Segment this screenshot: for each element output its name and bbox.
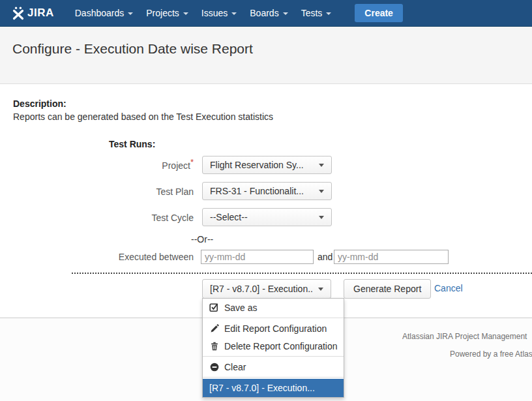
page-title: Configure - Execution Date wise Report — [12, 41, 253, 57]
project-label-text: Project — [162, 160, 190, 171]
test-cycle-label-text: Test Cycle — [151, 213, 194, 223]
menu-item-clear[interactable]: Clear — [203, 358, 344, 376]
executed-between-label-text: Executed between — [119, 252, 194, 262]
project-dropdown-value: Flight Reservation Sy... — [210, 160, 304, 170]
jira-charlie-icon — [11, 6, 25, 20]
required-asterisk: * — [190, 157, 194, 167]
saved-report-dropdown[interactable]: [R7 - v8.7.0] - Execution... — [202, 279, 331, 299]
page-header: Configure - Execution Date wise Report — [0, 27, 532, 84]
nav-item-issues[interactable]: Issues — [195, 4, 243, 22]
nav-item-dashboards[interactable]: Dashboards — [68, 4, 140, 22]
date-from-input[interactable] — [201, 250, 314, 264]
menu-item-delete-report-configuration[interactable]: Delete Report Configuration — [203, 337, 344, 355]
chevron-down-icon — [283, 12, 288, 15]
chevron-down-icon — [319, 216, 324, 219]
chevron-down-icon — [326, 12, 331, 15]
description-text: Reports can be generated based on the Te… — [13, 111, 273, 122]
menu-item-saved-report-r7[interactable]: [R7 - v8.7.0] - Execution... — [203, 379, 344, 397]
generate-report-button[interactable]: Generate Report — [344, 279, 431, 299]
chevron-down-icon — [183, 12, 188, 15]
saved-report-menu: Save as Edit Report Configuration — [202, 298, 344, 398]
create-button[interactable]: Create — [355, 4, 403, 22]
date-to-input[interactable] — [334, 250, 449, 264]
menu-divider — [203, 377, 344, 378]
nav-item-label: Projects — [146, 8, 179, 18]
menu-item-label: Save as — [224, 303, 258, 313]
nav-item-boards[interactable]: Boards — [243, 4, 294, 22]
description-heading: Description: — [13, 98, 66, 109]
menu-item-label: Clear — [224, 362, 246, 372]
nav-item-label: Tests — [301, 8, 323, 18]
pencil-icon — [209, 323, 219, 333]
chevron-down-icon — [319, 164, 324, 167]
project-label: Project* — [0, 156, 194, 175]
chevron-down-icon — [128, 12, 133, 15]
test-plan-label-text: Test Plan — [156, 186, 194, 197]
trash-icon — [209, 341, 219, 351]
test-plan-dropdown[interactable]: FRS-31 - Functionalit... — [202, 182, 332, 200]
nav-item-projects[interactable]: Projects — [140, 4, 195, 22]
nav-item-label: Dashboards — [75, 8, 125, 18]
test-cycle-dropdown-value: --Select-- — [210, 212, 248, 222]
chevron-down-icon — [231, 12, 237, 15]
chevron-down-icon — [318, 288, 323, 291]
nav-menu: Dashboards Projects Issues Boards Tests — [68, 4, 338, 22]
test-cycle-label: Test Cycle — [0, 209, 194, 227]
project-dropdown[interactable]: Flight Reservation Sy... — [202, 156, 332, 174]
chevron-down-icon — [319, 190, 324, 193]
checkbox-checked-icon — [209, 303, 219, 312]
menu-divider — [203, 356, 344, 357]
test-plan-dropdown-value: FRS-31 - Functionalit... — [210, 186, 304, 196]
menu-item-edit-report-configuration[interactable]: Edit Report Configuration — [203, 319, 344, 337]
minus-circle-icon — [209, 362, 219, 372]
executed-between-label: Executed between — [0, 248, 194, 266]
nav-item-label: Boards — [250, 8, 278, 18]
menu-divider — [203, 318, 344, 318]
test-cycle-dropdown[interactable]: --Select-- — [202, 208, 332, 226]
nav-item-label: Issues — [201, 8, 228, 18]
test-runs-section-label: Test Runs: — [109, 139, 155, 149]
menu-item-label: Edit Report Configuration — [224, 323, 327, 334]
jira-brand-text: JIRA — [27, 7, 54, 20]
footer-powered-by-text: Powered by a free Atlassian — [450, 349, 532, 359]
or-separator-text: --Or-- — [191, 234, 213, 245]
test-plan-label: Test Plan — [0, 183, 194, 201]
top-navbar: JIRA Dashboards Projects Issues Boards T… — [0, 0, 532, 27]
jira-logo[interactable]: JIRA — [11, 6, 54, 20]
footer-attribution-text: Atlassian JIRA Project Management — [402, 332, 527, 341]
menu-item-label: Delete Report Configuration — [224, 341, 338, 351]
cancel-link[interactable]: Cancel — [434, 283, 463, 293]
menu-item-label: [R7 - v8.7.0] - Execution... — [209, 383, 315, 393]
nav-item-tests[interactable]: Tests — [295, 4, 338, 22]
dashed-separator — [72, 273, 532, 274]
saved-report-dropdown-value: [R7 - v8.7.0] - Execution... — [210, 284, 313, 294]
and-text: and — [318, 252, 332, 262]
jira-configure-report-page: JIRA Dashboards Projects Issues Boards T… — [0, 0, 532, 401]
menu-item-save-as[interactable]: Save as — [203, 299, 344, 316]
